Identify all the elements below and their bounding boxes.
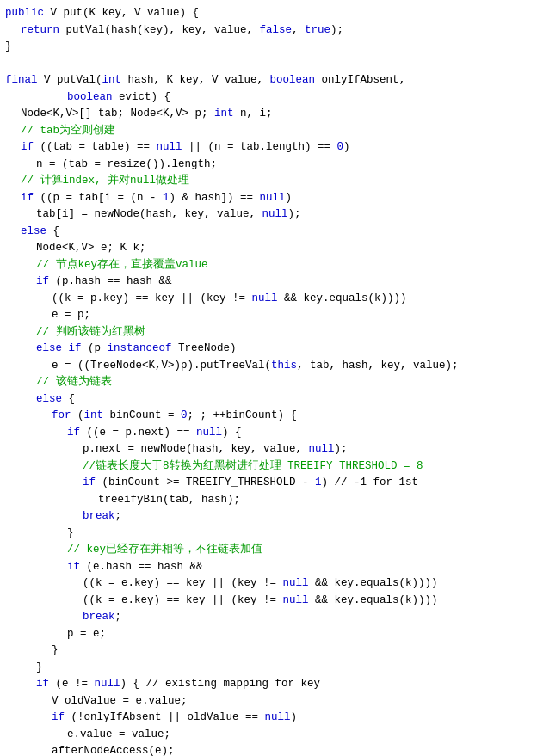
code-token: V xyxy=(38,72,58,89)
code-token: } xyxy=(52,642,59,659)
table-row: treeifyBin(tab, hash); xyxy=(0,492,537,509)
indent-spacer xyxy=(5,106,21,122)
code-token: int xyxy=(84,408,104,424)
code-token: || (n = tab.length) == xyxy=(182,139,337,156)
indent-spacer xyxy=(5,324,36,341)
code-token: ((tab = table) == xyxy=(34,139,157,156)
table-row: tab[i] = newNode(hash, key, value, null)… xyxy=(0,206,537,224)
table-row: } xyxy=(0,660,537,677)
code-token: false xyxy=(260,22,293,39)
code-token: Node<K,V> e; K k; xyxy=(36,240,146,256)
indent-spacer xyxy=(5,743,52,756)
table-row xyxy=(0,56,537,73)
indent-spacer xyxy=(5,676,36,692)
code-token: // 节点key存在，直接覆盖value xyxy=(36,257,208,274)
table-row: ((k = p.key) == key || (key != null && k… xyxy=(0,291,537,308)
indent-spacer xyxy=(5,257,36,274)
indent-spacer xyxy=(5,89,67,106)
indent-spacer xyxy=(5,190,21,206)
indent-spacer xyxy=(5,341,36,357)
table-row: } xyxy=(0,39,537,56)
table-row: if (e != null) { // existing mapping for… xyxy=(0,676,537,693)
code-token: Node<K,V>[] tab; Node<K,V> p; xyxy=(21,106,214,122)
indent-spacer xyxy=(5,358,52,374)
code-token: binCount = xyxy=(103,408,181,424)
indent-spacer xyxy=(5,475,83,491)
code-token: ((k = p.key) == key || (key != xyxy=(52,291,252,307)
code-token: (e != xyxy=(49,676,95,692)
code-token: ((k = e.key) == key || (key != xyxy=(83,575,283,592)
code-token: tab[i] = newNode(hash, key, value, xyxy=(36,206,262,223)
code-token: // 判断该链为红黑树 xyxy=(36,324,145,341)
table-row: break; xyxy=(0,508,537,526)
code-token: 0 xyxy=(337,139,344,156)
indent-spacer xyxy=(5,526,67,542)
table-row: if (binCount >= TREEIFY_THRESHOLD - 1) /… xyxy=(0,475,537,492)
code-token: boolean xyxy=(270,72,316,89)
code-token: int xyxy=(102,72,122,89)
table-row: break; xyxy=(0,609,537,626)
table-row: Node<K,V>[] tab; Node<K,V> p; int n, i; xyxy=(0,106,537,123)
table-row: afterNodeAccess(e); xyxy=(0,743,537,756)
code-token: null xyxy=(95,676,120,692)
indent-spacer xyxy=(5,642,52,659)
indent-spacer xyxy=(5,425,67,441)
code-token: ) & hash]) == xyxy=(170,190,260,206)
code-token: else xyxy=(21,224,46,240)
code-token: evict) { xyxy=(113,89,171,106)
code-token: ) { xyxy=(222,425,242,441)
code-token: else if xyxy=(36,341,82,357)
code-token: // tab为空则创建 xyxy=(21,123,115,139)
code-token: (p xyxy=(82,341,108,357)
table-row: if (!onlyIfAbsent || oldValue == null) xyxy=(0,710,537,727)
table-row: public V put(K key, V value) { xyxy=(0,5,537,22)
code-token: if xyxy=(21,139,34,156)
indent-spacer xyxy=(5,492,98,508)
code-token: // 计算index, 并对null做处理 xyxy=(21,173,189,189)
code-token: // 该链为链表 xyxy=(36,374,112,390)
indent-spacer xyxy=(5,575,83,592)
table-row: // 节点key存在，直接覆盖value xyxy=(0,257,537,274)
indent-spacer xyxy=(5,508,83,525)
table-row: // 计算index, 并对null做处理 xyxy=(0,173,537,190)
code-token: ; xyxy=(115,508,122,525)
indent-spacer xyxy=(5,374,36,390)
code-token: for xyxy=(52,408,71,424)
code-token: ((k = e.key) == key || (key != xyxy=(83,593,283,609)
table-row: n = (tab = resize()).length; xyxy=(0,157,537,174)
code-token: if xyxy=(52,710,65,726)
code-token: (e.hash == hash && xyxy=(80,559,203,575)
table-row: else if (p instanceof TreeNode) xyxy=(0,341,537,358)
code-token: { xyxy=(46,224,59,240)
code-token: V oldValue = e.value; xyxy=(52,693,188,710)
code-token: afterNodeAccess(e); xyxy=(52,743,175,756)
indent-spacer xyxy=(5,693,52,710)
table-row: if (p.hash == hash && xyxy=(0,274,537,291)
code-token: ) // -1 for 1st xyxy=(322,475,419,491)
table-row: ((k = e.key) == key || (key != null && k… xyxy=(0,593,537,610)
code-token: null xyxy=(252,291,278,307)
table-row: } xyxy=(0,526,537,543)
indent-spacer xyxy=(5,22,21,39)
code-token: n, i; xyxy=(234,106,273,122)
indent-spacer xyxy=(5,593,83,609)
code-token: public xyxy=(5,5,44,22)
code-token: ) { // existing mapping for key xyxy=(120,676,321,692)
indent-spacer xyxy=(5,441,83,458)
indent-spacer xyxy=(5,157,36,173)
table-row: return putVal(hash(key), key, value, fal… xyxy=(0,22,537,40)
code-token: } xyxy=(36,660,43,676)
code-token: ) xyxy=(343,139,350,156)
code-token: else xyxy=(36,391,62,408)
table-row: e = p; xyxy=(0,307,537,324)
table-row: V oldValue = e.value; xyxy=(0,693,537,710)
code-token: TreeNode) xyxy=(172,341,237,357)
code-token: if xyxy=(36,676,49,692)
table-row: else { xyxy=(0,224,537,241)
code-token: ) xyxy=(286,190,293,206)
code-token: break xyxy=(83,609,115,625)
code-token: null xyxy=(283,593,309,609)
indent-spacer xyxy=(5,224,21,240)
table-row: e = ((TreeNode<K,V>)p).putTreeVal(this, … xyxy=(0,358,537,375)
code-token: { xyxy=(62,391,75,408)
